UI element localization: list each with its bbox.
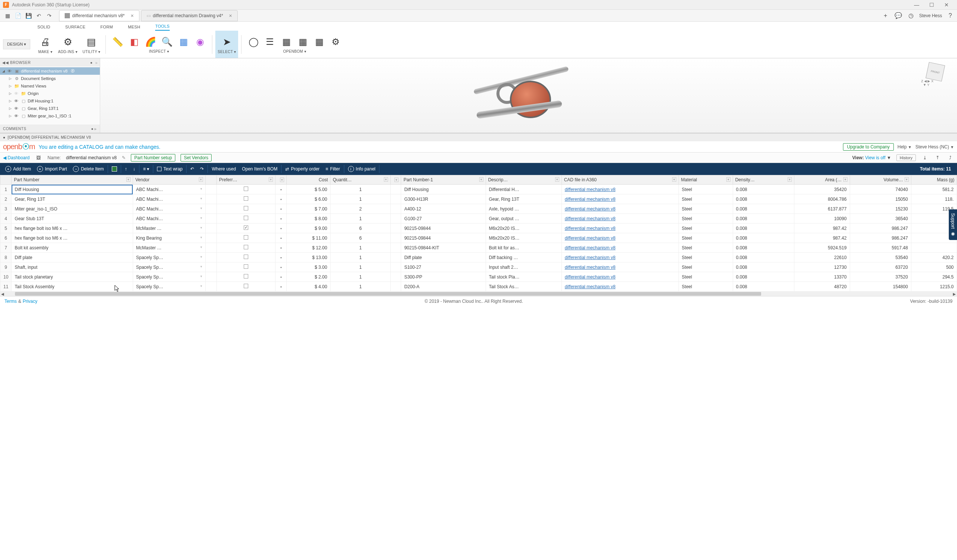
col-area[interactable]: Area (…▾ xyxy=(794,175,850,185)
cell-description[interactable]: Input shaft 2… xyxy=(486,262,562,272)
cell-mass[interactable]: 294.5 xyxy=(911,272,957,282)
cell-preferred[interactable] xyxy=(217,253,275,262)
cell-mass[interactable]: 1215.0 xyxy=(911,282,957,292)
comments-header[interactable]: COMMENTS ● ▹ xyxy=(0,125,100,133)
cell-cost[interactable]: $ 6.00 xyxy=(287,194,330,204)
cell-volume[interactable]: 74040 xyxy=(850,185,911,194)
cell-reserved[interactable] xyxy=(205,214,217,224)
tab-form[interactable]: FORM xyxy=(101,25,113,31)
cell-cad-link[interactable]: differential mechanism v8 xyxy=(562,194,679,204)
cell-volume[interactable]: 986.247 xyxy=(850,233,911,243)
cell-cost[interactable]: $ 3.00 xyxy=(287,262,330,272)
openbom-grid1-icon[interactable]: ▦ xyxy=(280,35,293,49)
table-row[interactable]: 11 Tail Stock Assembly Spacely Sp… ▾ ▪ $… xyxy=(0,282,957,292)
cell-vendor[interactable]: Spacely Sp… ▾ xyxy=(133,282,205,292)
cell-vendor[interactable]: Spacely Sp… ▾ xyxy=(133,262,205,272)
bom-table-container[interactable]: Part Number▾ Vendor▾ Preferr…▾ ▾ Cost Qu… xyxy=(0,175,957,292)
cell-part-number-1[interactable]: 90215-09844 xyxy=(401,224,486,233)
cell-thumbnail[interactable]: ▪ xyxy=(275,194,287,204)
cell-preferred[interactable] xyxy=(217,224,275,233)
col-cad-file[interactable]: CAD file in A360▾ xyxy=(562,175,679,185)
cell-reserved[interactable] xyxy=(205,224,217,233)
cell-cost[interactable]: $ 5.00 xyxy=(287,185,330,194)
cell-density[interactable]: 0.008 xyxy=(733,253,794,262)
cell-cost[interactable]: $ 4.00 xyxy=(287,282,330,292)
cell-reserved2[interactable] xyxy=(391,233,401,243)
ribbon-group-utility[interactable]: ▤ UTILITY ▾ xyxy=(81,31,103,58)
apps-grid-icon[interactable]: ▦ xyxy=(2,11,13,20)
cell-reserved2[interactable] xyxy=(391,185,401,194)
cell-part-number-1[interactable]: 90215-09844 xyxy=(401,233,486,243)
cell-part-number[interactable]: hex flange bolt iso M6 x … xyxy=(12,233,133,243)
col-blank1[interactable] xyxy=(205,175,217,185)
cell-area[interactable]: 22610 xyxy=(794,253,850,262)
cell-density[interactable]: 0.008 xyxy=(733,262,794,272)
cell-mass[interactable]: 581.2 xyxy=(911,185,957,194)
user-name[interactable]: Steve Hess xyxy=(919,13,942,18)
ribbon-group-openbom[interactable]: ◯ ☰ ▦ ▦ ▦ ⚙ OPENBOM ▾ xyxy=(245,31,345,58)
tree-item-diff-housing[interactable]: ▷👁▢Diff Housing:1 xyxy=(0,97,100,105)
col-cost[interactable]: Cost xyxy=(287,175,330,185)
terms-link[interactable]: Terms xyxy=(5,299,17,304)
cell-cad-link[interactable]: differential mechanism v8 xyxy=(562,253,679,262)
cell-preferred[interactable] xyxy=(217,204,275,214)
col-volume[interactable]: Volume…▾ xyxy=(850,175,911,185)
ribbon-group-inspect[interactable]: 📏 ◧ 🌈 🔍 ▦ ◉ INSPECT ▾ xyxy=(109,31,209,58)
cell-density[interactable]: 0.008 xyxy=(733,233,794,243)
cell-part-number[interactable]: Shaft, input xyxy=(12,262,133,272)
cell-part-number[interactable]: Tail stock planetary xyxy=(12,272,133,282)
notifications-icon[interactable]: 💬 xyxy=(894,11,903,20)
cell-description[interactable]: Gear, Ring 13T xyxy=(486,194,562,204)
grid-view-button[interactable] xyxy=(109,163,120,175)
cell-mass[interactable] xyxy=(911,243,957,253)
cell-material[interactable]: Steel xyxy=(679,194,733,204)
cell-density[interactable]: 0.008 xyxy=(733,204,794,214)
cell-description[interactable]: Differential H… xyxy=(486,185,562,194)
edit-name-icon[interactable]: ✎ xyxy=(122,155,126,160)
cell-description[interactable]: Tail stock Pla… xyxy=(486,272,562,282)
cell-mass[interactable]: 420.2 xyxy=(911,253,957,262)
cell-preferred[interactable] xyxy=(217,282,275,292)
cell-mass[interactable]: 500 xyxy=(911,262,957,272)
file-menu-icon[interactable]: 📄 xyxy=(13,11,23,20)
section-icon[interactable]: ▦ xyxy=(177,35,190,49)
ribbon-group-select[interactable]: ➤ SELECT ▾ xyxy=(215,31,238,58)
cell-material[interactable]: Steel xyxy=(679,233,733,243)
table-row[interactable]: 9 Shaft, input Spacely Sp… ▾ ▪ $ 3.00 1 … xyxy=(0,262,957,272)
tree-item-miter[interactable]: ▷👁▢Miter gear_iso-1_ISO :1 xyxy=(0,112,100,120)
cell-part-number-1[interactable]: S300-PP xyxy=(401,272,486,282)
cell-vendor[interactable]: McMaster … ▾ xyxy=(133,224,205,233)
help-icon[interactable]: ? xyxy=(946,11,955,20)
view-toggle[interactable]: View: View is off ▼ xyxy=(852,155,891,160)
cell-description[interactable]: M6x20x20 IS… xyxy=(486,224,562,233)
cell-cad-link[interactable]: differential mechanism v8 xyxy=(562,204,679,214)
component-color-icon[interactable]: ◉ xyxy=(193,35,207,49)
cell-preferred[interactable] xyxy=(217,243,275,253)
upload-icon[interactable]: ⤒ xyxy=(934,154,941,161)
cell-vendor[interactable]: ABC Machi… ▾ xyxy=(133,194,205,204)
cell-thumbnail[interactable]: ▪ xyxy=(275,282,287,292)
cell-reserved2[interactable] xyxy=(391,194,401,204)
col-material[interactable]: Material▾ xyxy=(679,175,733,185)
zebra-icon[interactable]: 🔍 xyxy=(160,35,174,49)
table-row[interactable]: 6 hex flange bolt iso M6 x … King Bearin… xyxy=(0,233,957,243)
curvature-icon[interactable]: 🌈 xyxy=(144,35,157,49)
col-preferred[interactable]: Preferr…▾ xyxy=(217,175,275,185)
col-mass[interactable]: Mass (g) xyxy=(911,175,957,185)
cell-area[interactable]: 6137.877 xyxy=(794,204,850,214)
table-row[interactable]: 1 Diff Housing ABC Machi… ▾ ▪ $ 5.00 1 D… xyxy=(0,185,957,194)
cell-reserved2[interactable] xyxy=(391,224,401,233)
undo-button[interactable]: ↶ xyxy=(187,163,197,175)
cell-material[interactable]: Steel xyxy=(679,185,733,194)
table-row[interactable]: 3 Miter gear_iso-1_ISO ABC Machi… ▾ ▪ $ … xyxy=(0,204,957,214)
cell-reserved[interactable] xyxy=(205,282,217,292)
cell-area[interactable]: 987.42 xyxy=(794,233,850,243)
table-row[interactable]: 5 hex flange bolt iso M6 x … McMaster … … xyxy=(0,224,957,233)
filter-button[interactable]: ≡ Filter xyxy=(323,163,343,175)
cell-cost[interactable]: $ 2.00 xyxy=(287,272,330,282)
cell-quantity[interactable]: 1 xyxy=(330,253,391,262)
undo-icon[interactable]: ↶ xyxy=(34,11,44,20)
cell-cost[interactable]: $ 13.00 xyxy=(287,253,330,262)
openbom-list-icon[interactable]: ☰ xyxy=(263,35,276,49)
cell-reserved2[interactable] xyxy=(391,253,401,262)
